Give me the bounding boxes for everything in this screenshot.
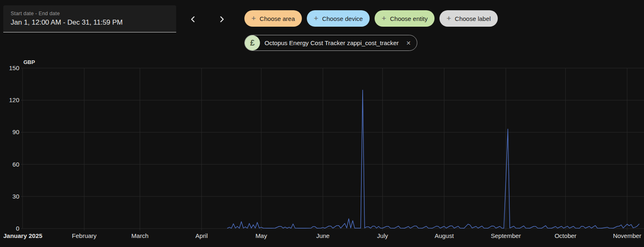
selected-entity-label: Octopus Energy Cost Tracker zappi_cost_t… [264, 39, 399, 46]
svg-text:GBP: GBP [23, 59, 35, 65]
choose-area-chip[interactable]: + Choose area [244, 10, 302, 27]
cost-history-chart[interactable]: 0306090120150GBPJanuary 2025FebruaryMarc… [0, 57, 644, 247]
chip-label: Choose area [260, 15, 295, 22]
chevron-left-icon [189, 15, 197, 23]
chip-label: Choose device [322, 15, 363, 22]
svg-text:August: August [435, 232, 454, 239]
svg-text:June: June [316, 232, 330, 239]
chip-label: Choose entity [390, 15, 428, 22]
svg-text:120: 120 [9, 96, 19, 103]
date-range-label: Start date - End date [11, 11, 176, 16]
svg-text:0: 0 [16, 225, 19, 232]
svg-text:October: October [554, 232, 576, 239]
svg-text:90: 90 [12, 128, 19, 135]
svg-text:150: 150 [9, 64, 19, 71]
svg-text:January 2025: January 2025 [3, 232, 42, 239]
chevron-right-icon [218, 15, 226, 23]
svg-text:May: May [255, 232, 267, 239]
choose-entity-chip[interactable]: + Choose entity [375, 10, 435, 27]
plus-icon: + [446, 14, 451, 22]
plus-icon: + [251, 14, 256, 22]
currency-pound-icon: £ [245, 35, 260, 50]
svg-text:60: 60 [12, 161, 19, 168]
plus-icon: + [382, 14, 386, 22]
plus-icon: + [314, 14, 318, 22]
chip-label: Choose label [455, 15, 491, 22]
svg-text:November: November [613, 232, 641, 239]
history-page: { "date_picker": { "label": "Start date … [0, 0, 644, 247]
date-range-value: Jan 1, 12:00 AM - Dec 31, 11:59 PM [11, 18, 176, 27]
svg-text:30: 30 [12, 193, 19, 200]
previous-period-button[interactable] [185, 11, 201, 27]
svg-text:February: February [72, 232, 97, 239]
selected-entity-chip[interactable]: £ Octopus Energy Cost Tracker zappi_cost… [244, 35, 417, 51]
next-period-button[interactable] [214, 11, 230, 27]
svg-text:September: September [491, 232, 521, 239]
svg-text:July: July [377, 232, 388, 239]
choose-device-chip[interactable]: + Choose device [307, 10, 370, 27]
svg-text:March: March [131, 232, 149, 239]
choose-label-chip[interactable]: + Choose label [439, 10, 498, 27]
date-range-picker[interactable]: Start date - End date Jan 1, 12:00 AM - … [3, 5, 176, 32]
filter-chip-row: + Choose area + Choose device + Choose e… [244, 10, 498, 27]
remove-entity-button[interactable]: ✕ [402, 39, 415, 48]
svg-text:April: April [196, 232, 208, 239]
